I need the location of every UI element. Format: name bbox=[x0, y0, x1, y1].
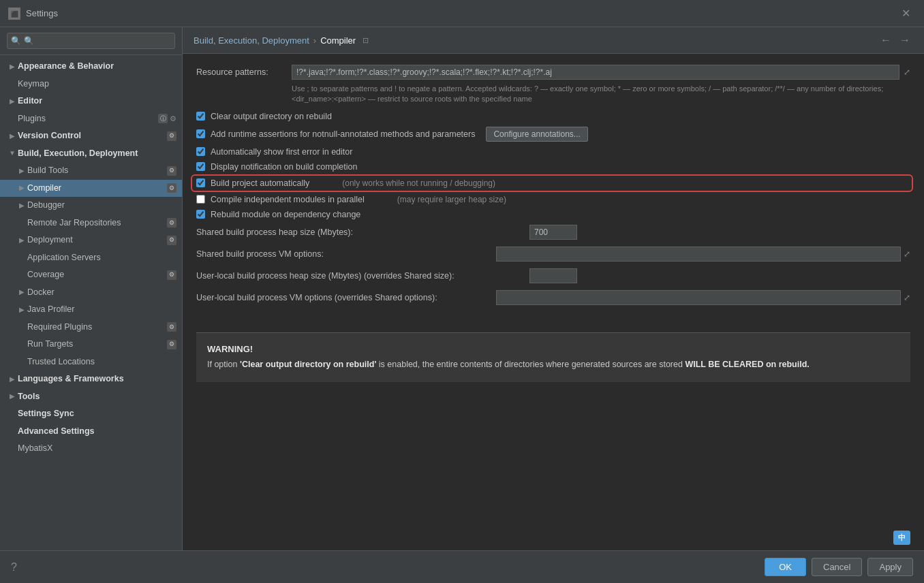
nav-back-button[interactable]: ← bbox=[878, 34, 894, 46]
shared-vm-row: Shared build process VM options: ⤢ bbox=[196, 247, 910, 262]
rebuild-module-checkbox[interactable] bbox=[196, 210, 205, 219]
sidebar-item-debugger[interactable]: ▶ Debugger bbox=[0, 197, 182, 215]
display-notification-label: Display notification on build completion bbox=[211, 162, 357, 172]
sidebar-item-plugins[interactable]: Plugins ⓘ ⚙ bbox=[0, 110, 182, 128]
sidebar-item-keymap[interactable]: Keymap bbox=[0, 76, 182, 93]
warning-title: WARNING! bbox=[207, 344, 899, 354]
sidebar-item-required-plugins[interactable]: Required Plugins ⚙ bbox=[0, 319, 182, 336]
resource-patterns-label: Resource patterns: bbox=[196, 65, 292, 77]
sidebar-item-label: Compiler bbox=[27, 183, 164, 195]
arrow-icon: ▶ bbox=[16, 305, 27, 315]
sidebar-item-label: Debugger bbox=[27, 200, 176, 212]
breadcrumb-separator: › bbox=[313, 35, 316, 46]
sidebar-item-remote-jar[interactable]: Remote Jar Repositories ⚙ bbox=[0, 215, 182, 232]
sidebar-item-mybatisx[interactable]: MybatisX bbox=[0, 440, 182, 458]
configure-annotations-button[interactable]: Configure annotations... bbox=[486, 127, 587, 142]
nav-arrows: ← → bbox=[878, 34, 913, 46]
expand-icon[interactable]: ⤢ bbox=[904, 67, 910, 77]
sidebar-item-label: Editor bbox=[18, 95, 176, 108]
ok-button[interactable]: OK bbox=[765, 558, 806, 576]
sidebar-item-build-tools[interactable]: ▶ Build Tools ⚙ bbox=[0, 162, 182, 180]
user-heap-input[interactable] bbox=[529, 268, 577, 283]
sidebar: 🔍 ▶ Appearance & Behavior Keymap ▶ Edito… bbox=[0, 27, 183, 550]
sidebar-item-label: Run Targets bbox=[27, 338, 164, 351]
sidebar-item-trusted-locations[interactable]: Trusted Locations bbox=[0, 353, 182, 371]
arrow-icon: ▶ bbox=[16, 201, 27, 210]
compile-parallel-hint: (may require larger heap size) bbox=[397, 195, 506, 204]
sidebar-item-appearance[interactable]: ▶ Appearance & Behavior bbox=[0, 58, 182, 76]
pin-icon[interactable]: ⊡ bbox=[363, 36, 369, 45]
sidebar-item-java-profiler[interactable]: ▶ Java Profiler bbox=[0, 301, 182, 319]
warning-text: If option 'Clear output directory on reb… bbox=[207, 358, 899, 371]
sidebar-item-label: Remote Jar Repositories bbox=[27, 217, 164, 230]
breadcrumb-parent[interactable]: Build, Execution, Deployment bbox=[194, 35, 309, 46]
add-runtime-checkbox[interactable] bbox=[196, 129, 205, 138]
user-heap-row: User-local build process heap size (Mbyt… bbox=[196, 268, 910, 283]
sidebar-item-version-control[interactable]: ▶ Version Control ⚙ bbox=[0, 127, 182, 145]
arrow-icon: ▶ bbox=[7, 97, 18, 106]
breadcrumb: Build, Execution, Deployment › Compiler … bbox=[194, 35, 369, 46]
sidebar-item-settings-sync[interactable]: Settings Sync bbox=[0, 405, 182, 423]
sidebar-item-build-execution[interactable]: ▼ Build, Execution, Deployment bbox=[0, 145, 182, 163]
build-auto-hint: (only works while not running / debuggin… bbox=[342, 178, 495, 188]
search-input[interactable] bbox=[7, 33, 175, 49]
add-runtime-row: Add runtime assertions for notnull-annot… bbox=[196, 127, 910, 142]
sidebar-item-run-targets[interactable]: Run Targets ⚙ bbox=[0, 336, 182, 353]
settings-icon: ⚙ bbox=[167, 322, 176, 332]
sidebar-item-label: MybatisX bbox=[18, 443, 176, 455]
arrow-icon: ▶ bbox=[7, 62, 18, 72]
sidebar-item-docker[interactable]: ▶ Docker bbox=[0, 284, 182, 302]
sidebar-item-compiler[interactable]: ▶ Compiler ⚙ bbox=[0, 180, 182, 198]
close-button[interactable]: ✕ bbox=[896, 4, 916, 22]
sidebar-item-label: Docker bbox=[27, 287, 176, 299]
cancel-button[interactable]: Cancel bbox=[812, 558, 862, 576]
warning-box: WARNING! If option 'Clear output directo… bbox=[196, 332, 910, 382]
build-auto-row: Build project automatically (only works … bbox=[194, 177, 910, 189]
expand-user-vm-icon[interactable]: ⤢ bbox=[904, 293, 910, 302]
sidebar-item-label: Coverage bbox=[27, 269, 164, 281]
sidebar-item-label: Build, Execution, Deployment bbox=[18, 148, 176, 160]
sidebar-item-label: Settings Sync bbox=[18, 408, 176, 420]
shared-heap-input[interactable] bbox=[529, 225, 577, 240]
sidebar-item-label: Deployment bbox=[27, 234, 164, 247]
user-heap-label: User-local build process heap size (Mbyt… bbox=[196, 271, 524, 281]
compile-parallel-checkbox[interactable] bbox=[196, 195, 205, 204]
clear-output-row: Clear output directory on rebuild bbox=[196, 112, 910, 121]
sidebar-item-coverage[interactable]: Coverage ⚙ bbox=[0, 266, 182, 284]
nav-forward-button[interactable]: → bbox=[897, 34, 913, 46]
sidebar-item-label: Appearance & Behavior bbox=[18, 61, 176, 73]
sidebar-item-editor[interactable]: ▶ Editor bbox=[0, 93, 182, 110]
resource-patterns-input[interactable] bbox=[292, 65, 899, 80]
search-box: 🔍 bbox=[0, 27, 182, 55]
app-icon: ⬛ bbox=[8, 7, 20, 20]
sidebar-item-label: Required Plugins bbox=[27, 321, 164, 334]
build-auto-checkbox[interactable] bbox=[196, 178, 205, 187]
title-bar: ⬛ Settings ✕ bbox=[0, 0, 924, 27]
sidebar-item-advanced-settings[interactable]: Advanced Settings bbox=[0, 423, 182, 441]
sidebar-item-deployment[interactable]: ▶ Deployment ⚙ bbox=[0, 232, 182, 249]
shared-vm-input[interactable] bbox=[496, 247, 901, 262]
display-notification-checkbox[interactable] bbox=[196, 162, 205, 171]
user-vm-input[interactable] bbox=[496, 290, 901, 305]
sidebar-item-application-servers[interactable]: Application Servers bbox=[0, 249, 182, 267]
settings-icon: ⚙ bbox=[167, 270, 176, 280]
arrow-icon: ▶ bbox=[16, 236, 27, 245]
sidebar-item-tools[interactable]: ▶ Tools bbox=[0, 388, 182, 406]
auto-show-error-checkbox[interactable] bbox=[196, 147, 205, 156]
settings-icon: ⚙ bbox=[167, 131, 176, 141]
sidebar-item-label: Tools bbox=[18, 391, 176, 403]
search-icon: 🔍 bbox=[11, 36, 21, 46]
search-wrap: 🔍 bbox=[7, 33, 175, 49]
arrow-icon: ▼ bbox=[7, 148, 18, 158]
sidebar-item-languages[interactable]: ▶ Languages & Frameworks bbox=[0, 371, 182, 388]
sidebar-item-label: Version Control bbox=[18, 130, 164, 142]
expand-vm-icon[interactable]: ⤢ bbox=[904, 249, 910, 259]
apply-button[interactable]: Apply bbox=[867, 558, 913, 576]
clear-output-checkbox[interactable] bbox=[196, 112, 205, 121]
content-header: Build, Execution, Deployment › Compiler … bbox=[183, 27, 924, 54]
arrow-icon: ▶ bbox=[16, 287, 27, 297]
settings-icon: ⚙ bbox=[167, 183, 176, 193]
ime-badge[interactable]: 中 bbox=[893, 531, 910, 545]
help-icon[interactable]: ? bbox=[11, 561, 17, 573]
settings-icon: ⚙ bbox=[167, 236, 176, 245]
